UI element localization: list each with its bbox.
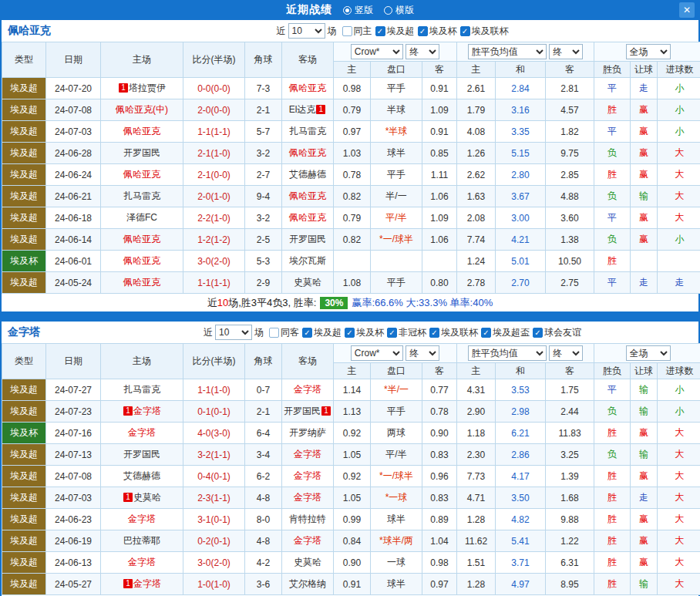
col-away: 客场 (282, 344, 334, 379)
corner-cell: 5-7 (245, 121, 282, 143)
odds-home-cell (334, 251, 371, 272)
home-team-name: 金字塔 (133, 406, 161, 416)
date-cell: 24-07-23 (46, 401, 101, 423)
odds-away-cell: 0.97 (422, 574, 457, 595)
checkbox-label: 埃及超 (387, 25, 415, 38)
avg-home-cell: 7.73 (457, 466, 496, 487)
games-count-select[interactable]: 10 (215, 325, 252, 340)
goals-result-cell: 走 (658, 272, 700, 294)
away-team-cell: 开罗国民 (282, 229, 334, 251)
league-checkbox[interactable]: ✓埃及杯 (418, 25, 457, 38)
odds-away-cell: 0.77 (422, 379, 457, 401)
col-odds-home: 主 (334, 363, 371, 379)
result-cell: 平 (594, 121, 631, 143)
league-checkbox[interactable]: ✓埃及超 (375, 25, 415, 38)
result-cell: 胜 (594, 423, 631, 444)
avg-type-select[interactable]: 胜平负均值 (468, 345, 547, 361)
league-checkbox[interactable]: ✓球会友谊 (533, 326, 581, 339)
col-spread: 让球 (631, 363, 658, 379)
avg-draw-cell: 2.86 (496, 444, 546, 466)
home-team-name: 艾德赫德 (123, 470, 160, 481)
team-name: 金字塔 (8, 325, 93, 339)
league-type-cell: 埃及超 (2, 99, 46, 121)
match-row: 埃及超24-06-28开罗国民2-1(1-0)3-2佩哈亚克1.03球半0.85… (2, 143, 700, 164)
avg-away-cell: 6.31 (546, 552, 594, 574)
date-cell: 24-07-27 (46, 379, 101, 401)
away-team-cell: 金字塔 (282, 530, 334, 552)
match-row: 埃及杯24-06-01佩哈亚克3-0(2-0)5-3埃尔瓦斯1.245.0110… (2, 251, 700, 272)
checkbox-label: 同客 (281, 326, 299, 339)
col-score: 比分(半场) (183, 42, 245, 78)
avg-away-cell: 8.95 (546, 574, 594, 595)
dialog-title: 近期战绩 (286, 3, 332, 17)
same-venue-checkbox[interactable]: 同主 (342, 25, 372, 38)
result-cell: 负 (594, 143, 631, 164)
close-button[interactable]: ✕ (679, 2, 695, 18)
goals-result-cell: 大 (658, 574, 700, 595)
avg-type-select[interactable]: 胜平负均值 (468, 44, 547, 59)
avg-away-cell: 1.75 (546, 379, 594, 401)
league-checkbox[interactable]: ✓埃及超 (302, 326, 342, 339)
date-cell: 24-06-19 (46, 530, 101, 552)
games-count-select[interactable]: 10 (288, 23, 325, 39)
league-type-cell: 埃及超 (2, 379, 46, 401)
checkbox-checked-icon: ✓ (481, 328, 491, 338)
avg-away-cell: 1.22 (546, 530, 594, 552)
date-cell: 24-06-18 (46, 207, 101, 229)
league-checkbox[interactable]: ✓非冠杯 (387, 326, 426, 339)
corner-cell: 4-8 (245, 487, 282, 509)
odds-away-cell: 0.91 (422, 121, 457, 143)
result-cell: 负 (594, 229, 631, 251)
same-venue-checkbox[interactable]: 同客 (269, 326, 299, 339)
avg-draw-cell: 2.98 (496, 401, 546, 423)
radio-vertical-layout[interactable]: 竖版 (343, 4, 373, 17)
corner-cell: 2-1 (245, 99, 282, 121)
odds-company-select[interactable]: Crow* (351, 44, 403, 59)
match-row: 埃及超24-05-271金字塔1-0(1-0)3-6艾尔格纳0.91球半0.97… (2, 574, 700, 595)
checkbox-label: 埃及超 (314, 326, 342, 339)
avg-away-cell: 2.81 (546, 78, 594, 99)
avg-final-select[interactable]: 终 (549, 345, 583, 361)
league-type-cell: 埃及超 (2, 164, 46, 186)
odds-final-select[interactable]: 终 (406, 44, 439, 59)
dialog-titlebar: 近期战绩 竖版 横版 ✕ (2, 0, 698, 20)
home-team-cell: 泽德FC (101, 207, 183, 229)
league-checkbox[interactable]: ✓埃及杯 (345, 326, 384, 339)
odds-home-cell: 0.78 (334, 164, 371, 186)
results-tbody: 埃及超24-07-201塔拉贾伊0-0(0-0)7-3佩哈亚克0.98平手0.9… (2, 78, 700, 294)
odds-company-select[interactable]: Crow* (351, 345, 403, 361)
near-label: 近 (277, 25, 286, 38)
match-row: 埃及超24-06-18泽德FC2-2(1-0)3-2佩哈亚克0.79平/半1.0… (2, 207, 700, 229)
goals-result-cell: 小 (658, 78, 700, 99)
checkbox-label: 非冠杯 (399, 326, 426, 339)
handicap-cell: 平/半 (371, 444, 422, 466)
scope-select[interactable]: 全场 (626, 345, 671, 361)
avg-home-cell: 1.18 (457, 423, 496, 444)
league-checkbox[interactable]: ✓埃及联杯 (460, 25, 509, 38)
spread-result-cell: 走 (631, 78, 658, 99)
radio-horizontal-layout[interactable]: 横版 (384, 4, 414, 17)
away-team-cell: El达克1 (282, 99, 334, 121)
avg-final-select[interactable]: 终 (549, 44, 583, 59)
spread-result-cell (631, 251, 658, 272)
sections-container: 佩哈亚克 近 10 场 同主✓埃及超✓埃及杯✓埃及联杯 类型 日期 主场 比分(… (2, 20, 698, 596)
league-type-cell: 埃及超 (2, 121, 46, 143)
league-checkbox[interactable]: ✓埃及联杯 (429, 326, 478, 339)
home-team-cell: 佩哈亚克 (101, 121, 183, 143)
league-checkbox[interactable]: ✓埃及超盃 (481, 326, 530, 339)
radio-unselected-icon (384, 6, 392, 15)
away-team-name: 史莫哈 (294, 277, 321, 288)
odds-away-cell: 0.96 (422, 466, 457, 487)
away-team-name: 艾德赫德 (289, 169, 326, 180)
corner-cell: 3-2 (245, 207, 282, 229)
goals-result-cell: 大 (658, 207, 700, 229)
spread-result-cell: 输 (631, 444, 658, 466)
away-team-cell: 史莫哈 (282, 272, 334, 294)
col-home: 主场 (101, 344, 183, 379)
goals-result-cell: 大 (658, 143, 700, 164)
home-team-cell: 佩哈亚克(中) (101, 99, 183, 121)
away-team-cell: 埃尔瓦斯 (282, 251, 334, 272)
score-cell: 3-1(0-1) (183, 509, 245, 530)
scope-select[interactable]: 全场 (626, 44, 671, 59)
odds-final-select[interactable]: 终 (406, 345, 439, 361)
